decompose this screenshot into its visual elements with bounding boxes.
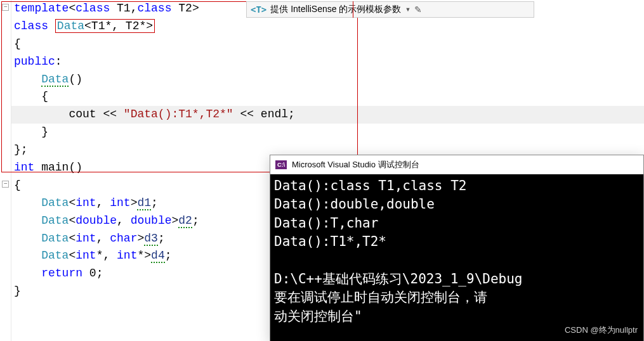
annotation-divider	[353, 1, 353, 18]
pencil-icon[interactable]: ✎	[414, 4, 422, 15]
watermark: CSDN @终为nullptr	[565, 325, 638, 336]
template-badge-icon: <T>	[251, 4, 266, 15]
console-body[interactable]: Data():class T1,class T2 Data():double,d…	[270, 174, 643, 341]
chevron-down-icon[interactable]: ▼	[405, 6, 411, 13]
console-titlebar[interactable]: C:\ Microsoft Visual Studio 调试控制台	[270, 155, 643, 174]
console-title: Microsoft Visual Studio 调试控制台	[292, 159, 419, 170]
code-line[interactable]: {	[11, 88, 644, 106]
gutter: − −	[0, 0, 11, 341]
vs-console-icon: C:\	[275, 160, 287, 169]
code-line[interactable]: class Data<T1*, T2*>	[11, 18, 644, 35]
code-line[interactable]: public:	[11, 53, 644, 71]
code-line[interactable]: }	[11, 124, 644, 141]
collapse-toggle[interactable]: −	[2, 4, 9, 11]
code-line-current[interactable]: cout << "Data():T1*,T2*" << endl;	[11, 106, 644, 124]
intellisense-label: 提供 IntelliSense 的示例模板参数	[270, 4, 401, 15]
code-line[interactable]: {	[11, 35, 644, 53]
code-line[interactable]: Data()	[11, 71, 644, 89]
intellisense-bar[interactable]: <T> 提供 IntelliSense 的示例模板参数 ▼ ✎	[246, 1, 534, 18]
class-template-highlight: Data<T1*, T2*>	[55, 19, 155, 33]
collapse-toggle[interactable]: −	[2, 181, 9, 188]
console-window[interactable]: C:\ Microsoft Visual Studio 调试控制台 Data()…	[270, 155, 644, 341]
